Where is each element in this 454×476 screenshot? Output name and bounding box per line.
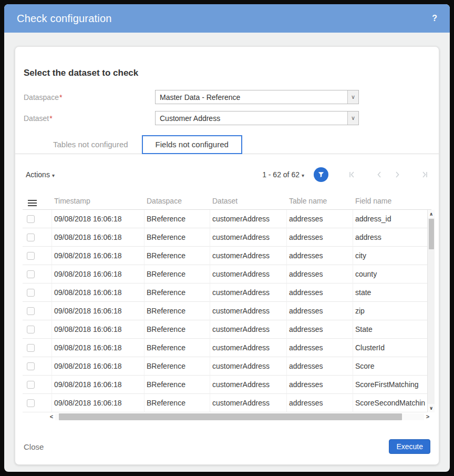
tab-tables-not-configured[interactable]: Tables not configured xyxy=(39,136,142,153)
cell-timestamp: 09/08/2018 16:06:18 xyxy=(52,394,145,412)
cell-dataspace: BReference xyxy=(145,210,210,228)
cell-table-name: addresses xyxy=(287,376,353,394)
cell-field-name: state xyxy=(353,283,427,302)
horizontal-scrollbar-thumb[interactable] xyxy=(59,413,402,420)
previous-page-icon xyxy=(375,170,384,179)
next-page-button[interactable] xyxy=(390,168,404,181)
window-frame: Check configuration ? Select the dataset… xyxy=(0,0,454,476)
row-checkbox[interactable] xyxy=(27,270,35,278)
cell-field-name: address_id xyxy=(353,210,427,228)
cell-timestamp: 09/08/2018 16:06:18 xyxy=(52,339,145,357)
scroll-down-icon[interactable]: ∨ xyxy=(428,404,435,412)
dataspace-select[interactable]: Master Data - Reference ∨ xyxy=(155,90,359,104)
last-page-button[interactable] xyxy=(418,168,431,181)
table-body: 09/08/2018 16:06:18 BReference customerA… xyxy=(23,210,431,412)
table-row[interactable]: 09/08/2018 16:06:18 BReference customerA… xyxy=(23,265,427,283)
column-header-timestamp[interactable]: Timestamp xyxy=(52,197,145,205)
vertical-scrollbar[interactable]: ∧ ∨ xyxy=(427,210,435,412)
close-button[interactable]: Close xyxy=(24,442,44,451)
column-header-dataspace[interactable]: Dataspace xyxy=(145,197,210,205)
form-row-dataset: Dataset* Customer Address ∨ xyxy=(23,111,431,125)
actions-menu-button[interactable]: Actions▾ xyxy=(23,170,55,179)
cell-field-name: ScoreFirstMatching xyxy=(353,376,427,394)
cell-dataset: customerAddress xyxy=(210,376,287,394)
cell-table-name: addresses xyxy=(287,357,353,376)
cell-timestamp: 09/08/2018 16:06:18 xyxy=(52,228,145,247)
cell-dataspace: BReference xyxy=(145,357,210,376)
cell-dataset: customerAddress xyxy=(210,394,287,412)
cell-timestamp: 09/08/2018 16:06:18 xyxy=(52,247,145,265)
cell-table-name: addresses xyxy=(287,228,353,247)
cell-field-name: ScoreSecondMatchin xyxy=(353,394,427,412)
row-checkbox[interactable] xyxy=(27,344,35,352)
cell-dataspace: BReference xyxy=(145,302,210,320)
row-checkbox[interactable] xyxy=(27,326,35,333)
cell-dataspace: BReference xyxy=(145,320,210,339)
table-toolbar: Actions▾ 1 - 62 of 62▾ xyxy=(23,167,431,183)
table-row[interactable]: 09/08/2018 16:06:18 BReference customerA… xyxy=(23,247,427,265)
first-page-button[interactable] xyxy=(345,168,359,181)
table-row[interactable]: 09/08/2018 16:06:18 BReference customerA… xyxy=(23,228,427,247)
last-page-icon xyxy=(420,170,429,179)
dataspace-select-value: Master Data - Reference xyxy=(156,93,347,102)
pagination-range-button[interactable]: 1 - 62 of 62▾ xyxy=(262,170,304,179)
table-row[interactable]: 09/08/2018 16:06:18 BReference customerA… xyxy=(23,394,427,412)
tab-fields-not-configured[interactable]: Fields not configured xyxy=(142,135,242,154)
dialog-title: Check configuration xyxy=(17,13,112,25)
row-checkbox[interactable] xyxy=(27,234,35,241)
column-header-dataset[interactable]: Dataset xyxy=(210,197,287,205)
table-row[interactable]: 09/08/2018 16:06:18 BReference customerA… xyxy=(23,320,427,339)
filter-button[interactable] xyxy=(314,167,328,182)
row-checkbox[interactable] xyxy=(27,252,35,260)
table-row[interactable]: 09/08/2018 16:06:18 BReference customerA… xyxy=(23,339,427,357)
vertical-scrollbar-thumb[interactable] xyxy=(429,219,434,249)
cell-table-name: addresses xyxy=(287,302,353,320)
column-header-field-name[interactable]: Field name xyxy=(353,197,431,205)
row-checkbox[interactable] xyxy=(27,307,35,315)
table-menu-icon[interactable] xyxy=(28,200,37,206)
cell-field-name: Score xyxy=(353,357,427,376)
previous-page-button[interactable] xyxy=(373,168,386,181)
dataset-select[interactable]: Customer Address ∨ xyxy=(155,111,359,125)
cell-table-name: addresses xyxy=(287,320,353,339)
cell-dataset: customerAddress xyxy=(210,339,287,357)
next-page-icon xyxy=(393,170,401,179)
row-checkbox[interactable] xyxy=(27,381,35,389)
cell-table-name: addresses xyxy=(287,247,353,265)
execute-button[interactable]: Execute xyxy=(389,439,430,454)
cell-table-name: addresses xyxy=(287,283,353,302)
horizontal-scrollbar[interactable]: < > xyxy=(48,413,431,421)
dialog-body: Select the dataset to check Dataspace* M… xyxy=(4,33,450,472)
table-header-row: Timestamp Dataspace Dataset Table name F… xyxy=(23,192,431,210)
row-checkbox[interactable] xyxy=(27,215,35,223)
cell-table-name: addresses xyxy=(287,265,353,283)
scroll-left-icon[interactable]: < xyxy=(48,413,55,421)
cell-field-name: address xyxy=(353,228,427,247)
cell-table-name: addresses xyxy=(287,394,353,412)
cell-field-name: ClusterId xyxy=(353,339,427,357)
cell-dataspace: BReference xyxy=(145,339,210,357)
table-row[interactable]: 09/08/2018 16:06:18 BReference customerA… xyxy=(23,302,427,320)
row-checkbox[interactable] xyxy=(27,289,35,297)
dialog-footer: Close Execute xyxy=(23,432,431,456)
cell-dataset: customerAddress xyxy=(210,283,287,302)
cell-dataspace: BReference xyxy=(145,265,210,283)
cell-field-name: county xyxy=(353,265,427,283)
first-page-icon xyxy=(348,170,356,179)
column-header-table-name[interactable]: Table name xyxy=(287,197,353,205)
scroll-up-icon[interactable]: ∧ xyxy=(428,210,435,218)
scroll-right-icon[interactable]: > xyxy=(424,413,431,421)
row-checkbox[interactable] xyxy=(27,362,35,370)
cell-dataset: customerAddress xyxy=(210,228,287,247)
cell-dataset: customerAddress xyxy=(210,357,287,376)
help-icon[interactable]: ? xyxy=(432,14,437,23)
table-row[interactable]: 09/08/2018 16:06:18 BReference customerA… xyxy=(23,357,427,376)
table-row[interactable]: 09/08/2018 16:06:18 BReference customerA… xyxy=(23,210,427,228)
table-row[interactable]: 09/08/2018 16:06:18 BReference customerA… xyxy=(23,283,427,302)
caret-down-icon: ▾ xyxy=(52,173,55,178)
table-row[interactable]: 09/08/2018 16:06:18 BReference customerA… xyxy=(23,376,427,394)
row-checkbox[interactable] xyxy=(27,399,35,407)
cell-timestamp: 09/08/2018 16:06:18 xyxy=(52,357,145,376)
cell-timestamp: 09/08/2018 16:06:18 xyxy=(52,320,145,339)
cell-table-name: addresses xyxy=(287,210,353,228)
